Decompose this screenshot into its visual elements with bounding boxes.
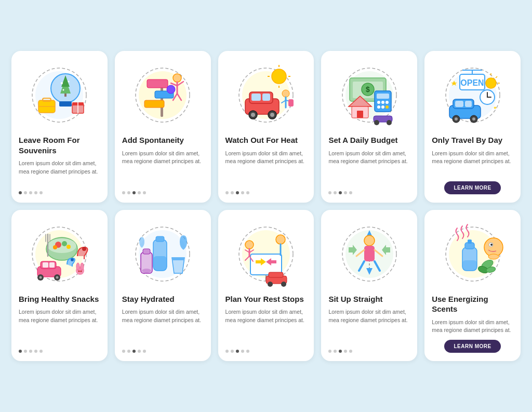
- dot-indicators: [225, 350, 249, 353]
- svg-point-68: [387, 120, 392, 125]
- card-title: Use Energizing Scents: [432, 294, 513, 314]
- svg-line-78: [496, 76, 497, 78]
- svg-point-58: [381, 101, 384, 104]
- dot: [19, 191, 22, 194]
- card-sit-straight: Sit Up Straight Lorem ipsum dolor sit di…: [321, 210, 417, 362]
- card-daily-budget: $ Set A Daily Budget Lorem: [321, 51, 417, 203]
- svg-point-112: [71, 258, 74, 261]
- learn-more-button[interactable]: LEARN MORE: [444, 181, 500, 194]
- svg-point-31: [272, 69, 286, 84]
- svg-point-131: [276, 235, 285, 244]
- svg-rect-48: [288, 99, 294, 107]
- svg-rect-6: [64, 94, 66, 97]
- dot: [236, 191, 239, 194]
- dot: [127, 191, 130, 194]
- svg-rect-121: [156, 236, 164, 242]
- dot: [241, 191, 244, 194]
- card-energizing-scents: Use Energizing Scents Lorem ipsum dolor …: [424, 210, 521, 362]
- dot: [344, 191, 347, 194]
- card-title: Watch Out For Heat: [225, 135, 298, 145]
- dot-indicators: [122, 350, 146, 353]
- dot-indicators: [225, 191, 249, 194]
- dot: [138, 191, 141, 194]
- dot-indicators: [122, 191, 146, 194]
- svg-point-7: [61, 82, 63, 84]
- card-body: Lorem ipsum dolor sit dim amet, mea regi…: [19, 160, 100, 176]
- dot: [39, 350, 43, 353]
- card-body: Lorem ipsum dolor sit dim amet, mea regi…: [225, 308, 307, 325]
- dot: [231, 191, 234, 194]
- svg-rect-159: [462, 260, 477, 271]
- card-stay-hydrated: Stay Hydrated Lorem ipsum dolor sit dim …: [115, 210, 211, 362]
- card-watch-heat: Watch Out For Heat Lorem ipsum dolor sit…: [218, 51, 314, 203]
- svg-rect-105: [43, 262, 48, 268]
- svg-point-67: [374, 120, 379, 125]
- svg-rect-125: [143, 249, 150, 254]
- illustration-souvenirs: [19, 57, 100, 130]
- illustration-spontaneity: [122, 57, 204, 130]
- dot-indicators: [19, 350, 43, 353]
- svg-point-165: [490, 244, 493, 246]
- svg-rect-106: [49, 262, 55, 268]
- svg-point-57: [377, 101, 380, 104]
- svg-rect-123: [172, 258, 184, 260]
- svg-rect-84: [455, 101, 463, 107]
- learn-more-button-2[interactable]: LEARN MORE: [444, 340, 500, 353]
- dot: [231, 350, 234, 353]
- card-bring-snacks: Bring Healthy Snacks Lorem ipsum dolor s…: [11, 210, 108, 362]
- dot: [132, 191, 136, 194]
- dot: [339, 191, 342, 194]
- svg-point-111: [82, 247, 86, 251]
- svg-point-110: [56, 276, 59, 278]
- card-title: Stay Hydrated: [122, 294, 175, 304]
- dot: [29, 191, 32, 194]
- card-body: Lorem ipsum dolor sit dim amet, mea regi…: [122, 308, 204, 325]
- svg-rect-3: [59, 101, 72, 107]
- dot-indicators: [328, 350, 352, 353]
- svg-point-61: [381, 105, 384, 109]
- dot: [339, 350, 342, 353]
- svg-rect-38: [251, 94, 261, 101]
- svg-point-99: [53, 245, 57, 249]
- illustration-budget: $: [328, 57, 410, 130]
- dot: [122, 350, 125, 353]
- card-body: Lorem ipsum dolor sit dim amet, mea regi…: [328, 150, 410, 166]
- svg-point-95: [47, 238, 76, 253]
- illustration-rest-stops: [225, 216, 307, 289]
- svg-rect-65: [357, 111, 363, 118]
- dot: [29, 350, 32, 353]
- dot: [241, 350, 244, 353]
- svg-point-62: [385, 105, 389, 109]
- dot-indicators: [328, 191, 352, 194]
- card-title: Add Spontaneity: [122, 135, 184, 145]
- card-body: Lorem ipsum dolor sit dim amet, mea regi…: [225, 150, 307, 166]
- illustration-hydrated: [122, 216, 204, 289]
- illustration-posture: [328, 216, 410, 289]
- svg-text:$: $: [366, 85, 370, 94]
- card-title: Leave Room For Souvenirs: [19, 135, 100, 155]
- svg-point-166: [488, 254, 499, 259]
- svg-point-87: [455, 117, 458, 121]
- card-body: Lorem ipsum dolor sit dim amet, mea regi…: [19, 308, 100, 325]
- svg-rect-19: [147, 79, 168, 88]
- dot: [328, 350, 331, 353]
- svg-point-141: [268, 282, 273, 287]
- dot: [225, 191, 229, 194]
- svg-rect-158: [468, 240, 472, 244]
- card-title: Set A Daily Budget: [328, 135, 397, 145]
- card-body: Lorem ipsum dolor sit dim amet, mea regi…: [122, 150, 204, 166]
- dot: [34, 350, 37, 353]
- svg-rect-122: [153, 256, 167, 271]
- card-leave-room: Leave Room For Souvenirs Lorem ipsum dol…: [11, 51, 108, 203]
- dot: [122, 191, 125, 194]
- illustration-travel-day: OPEN: [432, 57, 513, 130]
- card-title: Sit Up Straight: [328, 294, 382, 304]
- illustration-snacks: [19, 216, 100, 289]
- dot: [225, 350, 229, 353]
- svg-point-117: [81, 270, 82, 272]
- svg-point-142: [281, 282, 286, 287]
- svg-point-116: [78, 270, 80, 272]
- svg-point-97: [62, 241, 67, 246]
- card-title: Bring Healthy Snacks: [19, 294, 99, 304]
- svg-rect-21: [144, 100, 164, 108]
